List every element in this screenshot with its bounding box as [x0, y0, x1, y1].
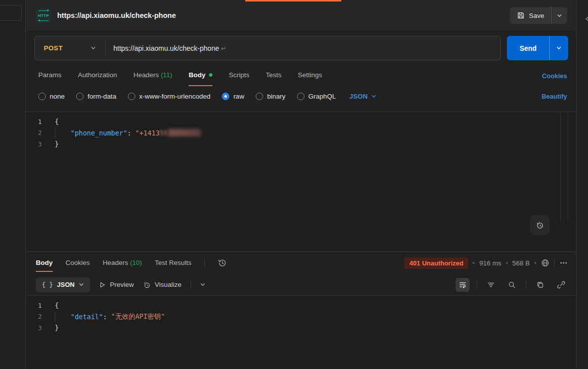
visualize-button[interactable]: Visualize — [143, 281, 182, 289]
send-options-button[interactable] — [549, 36, 568, 60]
request-body-editor[interactable]: 1 { 2 "phone_number": "+141355 3 } — [26, 112, 576, 251]
filter-button[interactable] — [484, 278, 498, 292]
radio-form-data[interactable]: form-data — [76, 93, 116, 100]
radio-icon — [38, 93, 46, 100]
json-value: "+1413 — [135, 129, 160, 137]
divider — [191, 281, 191, 289]
panel-collapse-icon[interactable] — [585, 16, 588, 22]
tab-authorization[interactable]: Authorization — [78, 71, 117, 80]
history-icon — [218, 258, 227, 267]
tab-scripts[interactable]: Scripts — [229, 71, 249, 80]
response-tab-headers[interactable]: Headers (10) — [103, 259, 142, 267]
save-label: Save — [529, 12, 544, 19]
copy-button[interactable] — [533, 278, 547, 292]
postbot-button[interactable] — [530, 215, 550, 235]
beautify-link[interactable]: Beautify — [542, 93, 567, 100]
main-panel: HTTP https://api.xiaomu.uk/check-phone S… — [26, 0, 576, 369]
code-line: 2 "detail": "无效的API密钥" — [26, 311, 576, 323]
url-input[interactable]: https://api.xiaomu.uk/check-phone↵ — [105, 44, 234, 52]
link-icon — [557, 281, 565, 289]
status-badge[interactable]: 401 Unauthorized — [404, 257, 468, 269]
tab-tests[interactable]: Tests — [266, 71, 282, 80]
url-input-container: POST https://api.xiaomu.uk/check-phone↵ — [34, 36, 501, 60]
response-status-group: 401 Unauthorized 916 ms 568 B — [404, 257, 568, 269]
radio-icon — [256, 93, 263, 100]
editor-scrollbar[interactable] — [560, 112, 568, 222]
response-size[interactable]: 568 B — [512, 259, 530, 267]
radio-binary[interactable]: binary — [256, 93, 286, 100]
request-tabs: Params Authorization Headers (11) Body S… — [26, 60, 576, 87]
response-headers-count: (10) — [130, 259, 142, 266]
network-info-button[interactable] — [541, 258, 550, 267]
chevron-down-icon — [557, 13, 562, 18]
body-type-row: none form-data x-www-form-urlencoded raw… — [26, 87, 576, 106]
search-button[interactable] — [505, 278, 519, 292]
toolbar-overflow-button[interactable] — [200, 282, 205, 287]
tab-settings[interactable]: Settings — [298, 71, 322, 80]
code-line: 1 { — [26, 116, 576, 127]
method-selector[interactable]: POST — [35, 36, 105, 60]
left-sidebar — [0, 0, 26, 369]
divider — [204, 259, 205, 267]
line-number: 3 — [26, 324, 55, 332]
radio-none[interactable]: none — [38, 93, 65, 100]
language-selector[interactable]: JSON — [349, 93, 377, 100]
save-button[interactable]: Save — [510, 7, 551, 24]
globe-icon — [541, 258, 550, 267]
dot-separator — [506, 262, 508, 264]
response-format-selector[interactable]: { } JSON — [36, 277, 90, 292]
radio-urlencoded[interactable]: x-www-form-urlencoded — [128, 93, 210, 100]
response-tab-body[interactable]: Body — [36, 259, 53, 267]
chevron-down-icon — [79, 282, 84, 287]
send-button[interactable]: Send — [507, 36, 549, 60]
send-split-button: Send — [507, 36, 568, 60]
wrap-text-icon — [459, 281, 467, 289]
radio-raw[interactable]: raw — [222, 93, 244, 100]
http-method-icon: HTTP — [36, 8, 51, 23]
response-tab-test-results[interactable]: Test Results — [155, 259, 192, 267]
app-window: HTTP https://api.xiaomu.uk/check-phone S… — [0, 0, 588, 369]
response-history-button[interactable] — [218, 258, 227, 267]
divider — [477, 281, 477, 289]
tab-body[interactable]: Body — [189, 71, 212, 80]
chevron-down-icon — [200, 282, 205, 287]
postbot-icon — [535, 221, 544, 230]
radio-icon — [297, 93, 304, 100]
response-more-button[interactable] — [559, 258, 568, 267]
line-number: 3 — [26, 140, 55, 148]
indent-guide — [55, 128, 55, 138]
tab-headers[interactable]: Headers (11) — [133, 71, 172, 80]
radio-graphql[interactable]: GraphQL — [297, 93, 336, 100]
tab-params[interactable]: Params — [38, 71, 62, 80]
language-label: JSON — [349, 93, 368, 100]
line-number: 1 — [26, 302, 55, 309]
more-dots-icon — [559, 258, 568, 267]
save-options-button[interactable] — [551, 7, 567, 24]
sidebar-collapsed-item[interactable] — [0, 5, 22, 21]
response-body-editor[interactable]: 1 { 2 "detail": "无效的API密钥" 3 } — [26, 295, 576, 369]
wrap-text-button[interactable] — [456, 278, 470, 292]
save-split-button: Save — [510, 7, 567, 24]
dot-separator — [473, 262, 475, 264]
response-tabs-row: Body Cookies Headers (10) Test Results 4… — [26, 252, 576, 274]
code-line: 3 } — [26, 322, 576, 334]
visualize-icon — [143, 281, 151, 289]
response-time[interactable]: 916 ms — [479, 259, 501, 267]
response-panel: Body Cookies Headers (10) Test Results 4… — [26, 251, 576, 369]
braces-icon: { } — [42, 281, 53, 288]
search-icon — [508, 281, 516, 289]
divider — [526, 281, 526, 289]
right-rail — [576, 0, 588, 369]
request-url-row: POST https://api.xiaomu.uk/check-phone↵ … — [26, 31, 576, 60]
chevron-down-icon — [91, 45, 96, 51]
code-line: 1 { — [26, 300, 576, 311]
response-tab-cookies[interactable]: Cookies — [66, 259, 90, 267]
preview-button[interactable]: Preview — [99, 281, 134, 288]
dot-separator — [534, 262, 536, 264]
cookies-link[interactable]: Cookies — [542, 72, 567, 80]
redaction-blur — [168, 129, 201, 136]
request-header-bar: HTTP https://api.xiaomu.uk/check-phone S… — [26, 0, 576, 31]
line-number: 2 — [26, 129, 55, 136]
return-glyph: ↵ — [221, 45, 226, 52]
link-button[interactable] — [554, 278, 568, 292]
